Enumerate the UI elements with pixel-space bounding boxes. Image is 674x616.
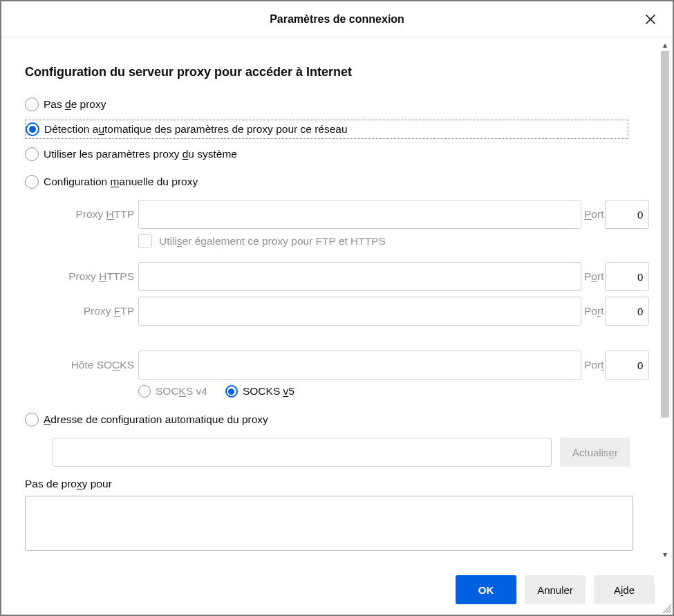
- radio-label: Détection automatique des paramètres de …: [44, 123, 348, 136]
- proxy-mode-none[interactable]: Pas de proxy: [25, 95, 657, 114]
- use-same-proxy-row[interactable]: Utiliser également ce proxy pour FTP et …: [138, 234, 657, 248]
- http-proxy-row: Proxy HTTP Port: [25, 200, 657, 229]
- socks-version-row: SOCKS v4 SOCKS v5: [138, 385, 657, 398]
- no-proxy-for-input[interactable]: [25, 496, 633, 551]
- radio-label: Utiliser les paramètres proxy du système: [44, 148, 237, 160]
- socks-host-label: Hôte SOCKS: [25, 359, 138, 371]
- https-port-label: Port: [584, 270, 603, 283]
- no-proxy-for-label: Pas de proxy pour: [25, 478, 657, 490]
- socks-host-input[interactable]: [138, 351, 581, 380]
- manual-proxy-form: Proxy HTTP Port Utiliser également ce pr…: [25, 200, 657, 398]
- titlebar: Paramètres de connexion: [1, 1, 673, 37]
- ftp-proxy-row: Proxy FTP Port: [25, 297, 657, 326]
- section-title: Configuration du serveur proxy pour accé…: [25, 65, 657, 80]
- proxy-mode-system[interactable]: Utiliser les paramètres proxy du système: [25, 144, 657, 164]
- socks-v5-label: SOCKS v5: [243, 385, 294, 398]
- use-same-proxy-label: Utiliser également ce proxy pour FTP et …: [159, 235, 386, 248]
- socks-port-input[interactable]: [605, 351, 649, 380]
- https-proxy-label: Proxy HTTPS: [25, 270, 138, 283]
- radio-label: Adresse de configuration automatique du …: [44, 413, 268, 426]
- http-port-input[interactable]: [605, 200, 649, 229]
- radio-label: Configuration manuelle du proxy: [44, 176, 198, 188]
- radio-icon: [25, 175, 39, 189]
- socks-v4-label: SOCKS v4: [156, 385, 207, 398]
- radio-icon: [25, 413, 39, 427]
- scroll-down-arrow-icon[interactable]: [659, 548, 671, 561]
- socks-host-row: Hôte SOCKS Port: [25, 351, 657, 380]
- help-button[interactable]: Aide: [594, 575, 655, 604]
- scroll-up-arrow-icon[interactable]: [659, 39, 671, 51]
- radio-icon: [138, 385, 151, 398]
- resize-grip-icon[interactable]: [660, 602, 671, 613]
- http-proxy-label: Proxy HTTP: [25, 208, 138, 221]
- cancel-button[interactable]: Annuler: [525, 575, 586, 604]
- https-proxy-input[interactable]: [138, 262, 581, 291]
- http-port-label: Port: [584, 208, 603, 221]
- dialog-footer: OK Annuler Aide: [1, 565, 673, 615]
- connection-settings-dialog: Paramètres de connexion Configuration du…: [0, 0, 674, 616]
- pac-row: Actualiser: [53, 438, 657, 467]
- proxy-mode-manual[interactable]: Configuration manuelle du proxy: [25, 172, 657, 192]
- socks-v4-option[interactable]: SOCKS v4: [138, 385, 207, 398]
- socks-port-label: Port: [584, 359, 603, 371]
- scrollbar-thumb[interactable]: [661, 51, 669, 418]
- content-wrap: Configuration du serveur proxy pour accé…: [1, 39, 673, 561]
- https-proxy-row: Proxy HTTPS Port: [25, 262, 657, 291]
- ftp-port-input[interactable]: [605, 297, 649, 326]
- ftp-proxy-label: Proxy FTP: [25, 305, 138, 317]
- radio-icon: [26, 122, 39, 136]
- reload-pac-button[interactable]: Actualiser: [560, 438, 630, 467]
- http-proxy-input[interactable]: [138, 200, 581, 229]
- proxy-mode-autodetect[interactable]: Détection automatique des paramètres de …: [25, 120, 628, 139]
- content: Configuration du serveur proxy pour accé…: [1, 39, 657, 561]
- close-icon: [645, 14, 656, 25]
- ok-button[interactable]: OK: [456, 575, 516, 604]
- pac-url-input[interactable]: [53, 438, 552, 467]
- vertical-scrollbar[interactable]: [659, 39, 671, 561]
- ftp-port-label: Port: [584, 305, 603, 317]
- radio-icon: [25, 97, 39, 111]
- radio-label: Pas de proxy: [44, 98, 106, 111]
- https-port-input[interactable]: [605, 262, 649, 291]
- socks-v5-option[interactable]: SOCKS v5: [225, 385, 294, 398]
- close-button[interactable]: [641, 10, 660, 29]
- proxy-mode-pac[interactable]: Adresse de configuration automatique du …: [25, 410, 657, 429]
- dialog-title: Paramètres de connexion: [270, 13, 404, 26]
- radio-icon: [25, 147, 39, 161]
- ftp-proxy-input[interactable]: [138, 297, 581, 326]
- radio-icon: [225, 385, 238, 398]
- checkbox-icon: [138, 234, 152, 248]
